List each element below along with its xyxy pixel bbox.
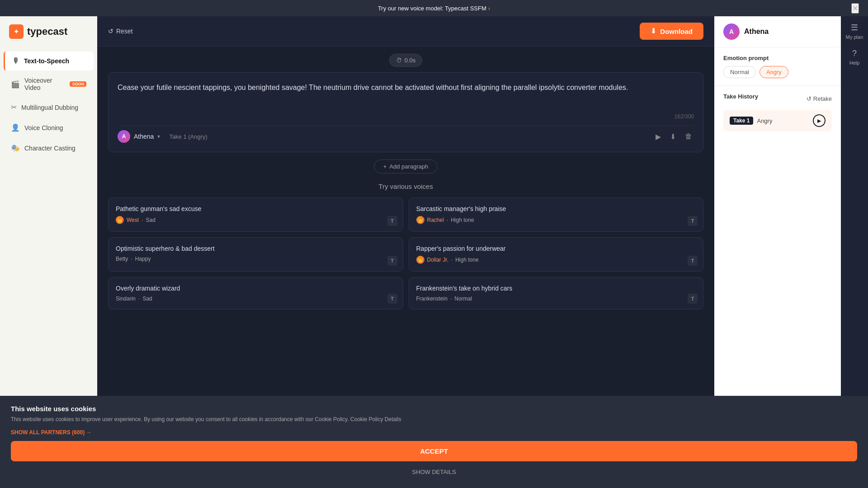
voice-card-2-name: Rachel <box>427 217 444 223</box>
sidebar-item-label: Voiceover Video <box>24 77 63 91</box>
take-history-section: Take History ↺ Retake Take 1 Angry ▶ <box>714 86 841 139</box>
crown-icon: 👑 <box>116 216 124 224</box>
voice-card-6-separator: · <box>450 296 452 302</box>
emotion-angry-button[interactable]: Angry <box>760 66 788 78</box>
voice-card-4-meta: 👑 Dollar Jr. · High tone <box>416 256 696 264</box>
voice-card-4[interactable]: Rapper's passion for underwear 👑 Dollar … <box>409 237 704 272</box>
help-button[interactable]: ? Help <box>849 49 860 66</box>
my-plan-icon: ☰ <box>851 23 858 33</box>
take-play-button[interactable]: ▶ <box>813 114 826 127</box>
emotion-section: Emotion prompt Normal Angry <box>714 47 841 86</box>
voice-card-1-name: West <box>127 217 139 223</box>
download-label: Download <box>660 28 693 35</box>
voice-card-1[interactable]: Pathetic gunman's sad excuse 👑 West · Sa… <box>108 197 403 232</box>
voice-card-4-name: Dollar Jr. <box>427 257 448 263</box>
sidebar-item-label: Voice Cloning <box>24 124 63 131</box>
voice-card-5-title: Overly dramatic wizard <box>116 285 396 292</box>
download-icon: ⬇ <box>651 27 656 35</box>
sidebar-item-multilingual-dubbing[interactable]: ✂ Multilingual Dubbing <box>4 98 94 117</box>
try-voices-title: Try various voices <box>108 183 703 190</box>
voice-card-3-separator: · <box>131 256 132 262</box>
t-badge: T <box>688 256 698 266</box>
emotion-normal-button[interactable]: Normal <box>723 66 756 78</box>
text-block-footer: A Athena ▾ Take 1 (Angry) ▶ ⬇ 🗑 <box>118 125 694 143</box>
voice-card-3-meta: Betty · Happy <box>116 256 396 262</box>
play-button[interactable]: ▶ <box>654 131 663 143</box>
voice-card-4-tone: High tone <box>455 257 478 263</box>
sidebar-item-voice-cloning[interactable]: 👤 Voice Cloning <box>4 118 94 137</box>
help-label: Help <box>849 60 860 66</box>
tts-icon: 🎙 <box>12 57 19 65</box>
my-plan-button[interactable]: ☰ My plan <box>846 23 863 40</box>
md-icon: ✂ <box>11 103 17 112</box>
voice-dropdown-icon: ▾ <box>157 133 160 140</box>
emotion-tags: Normal Angry <box>723 66 832 78</box>
voice-card-1-meta: 👑 West · Sad <box>116 216 396 224</box>
sidebar-item-character-casting[interactable]: 🎭 Character Casting <box>4 138 94 158</box>
banner-close-button[interactable]: ✕ <box>851 3 859 14</box>
vc-icon: 👤 <box>11 123 20 132</box>
retake-label: Retake <box>813 95 832 102</box>
banner-text: Try our new voice model: Typecast SSFM <box>378 5 486 12</box>
reset-button[interactable]: ↺ Reset <box>108 28 133 35</box>
sidebar-item-text-to-speech[interactable]: 🎙 Text-to-Speech <box>4 52 94 70</box>
voice-card-5[interactable]: Overly dramatic wizard Sindarin · Sad T <box>108 277 403 310</box>
voice-card-6-title: Frankenstein's take on hybrid cars <box>416 285 696 292</box>
voice-card-2-tone: High tone <box>451 217 474 223</box>
crown-icon: 👑 <box>416 216 425 224</box>
voice-card-5-tone: Sad <box>142 296 152 302</box>
voice-card-6-meta: Frankenstein · Normal <box>416 296 696 302</box>
delete-take-button[interactable]: 🗑 <box>683 131 694 142</box>
text-block: Cease your futile nescient tappings, you… <box>108 72 703 152</box>
voice-card-1-separator: · <box>142 217 143 223</box>
voice-card-5-name: Sindarin <box>116 296 136 302</box>
t-badge: T <box>387 256 397 266</box>
voice-grid: Pathetic gunman's sad excuse 👑 West · Sa… <box>108 197 703 310</box>
voice-selector[interactable]: A Athena ▾ Take 1 (Angry) <box>118 130 208 143</box>
voice-card-2-meta: 👑 Rachel · High tone <box>416 216 696 224</box>
voice-card-1-tone: Sad <box>146 217 155 223</box>
reset-icon: ↺ <box>108 28 113 35</box>
cookie-text: This website uses cookies to improve use… <box>11 416 857 422</box>
reset-label: Reset <box>116 28 133 35</box>
download-take-button[interactable]: ⬇ <box>668 131 678 143</box>
voice-card-6[interactable]: Frankenstein's take on hybrid cars Frank… <box>409 277 704 310</box>
voice-card-5-meta: Sindarin · Sad <box>116 296 396 302</box>
timer-value: 0.0s <box>405 57 416 64</box>
toolbar: ↺ Reset ⬇ Download <box>97 16 714 47</box>
t-badge: T <box>688 294 698 304</box>
voice-card-2-separator: · <box>447 217 448 223</box>
show-details-button[interactable]: SHOW DETAILS <box>11 465 857 479</box>
panel-avatar: A <box>723 23 740 40</box>
cookie-banner: This website uses cookies This website u… <box>0 396 868 488</box>
text-content[interactable]: Cease your futile nescient tappings, you… <box>118 82 694 109</box>
my-plan-label: My plan <box>846 34 863 40</box>
accept-cookies-button[interactable]: ACCEPT <box>11 441 857 461</box>
retake-icon: ↺ <box>807 95 811 102</box>
take-history-header: Take History ↺ Retake <box>723 93 832 104</box>
add-para-label: Add paragraph <box>389 163 428 170</box>
voice-card-6-tone: Normal <box>454 296 472 302</box>
voice-avatar: A <box>118 130 130 143</box>
timer-pill: ⏱ 0.0s <box>389 54 423 67</box>
voice-card-3-title: Optimistic superhero & bad dessert <box>116 245 396 252</box>
soon-badge: SOON <box>70 81 86 87</box>
voice-card-2[interactable]: Sarcastic manager's high praise 👑 Rachel… <box>409 197 704 232</box>
sidebar-item-label: Character Casting <box>24 145 75 152</box>
voice-card-4-separator: · <box>451 257 453 263</box>
voice-card-3[interactable]: Optimistic superhero & bad dessert Betty… <box>108 237 403 272</box>
panel-voice-name: Athena <box>744 28 769 36</box>
show-partners-link[interactable]: SHOW ALL PARTNERS (600) → <box>11 429 91 436</box>
t-badge: T <box>387 216 397 226</box>
voice-card-5-separator: · <box>138 296 140 302</box>
download-button[interactable]: ⬇ Download <box>640 23 703 40</box>
voice-card-4-title: Rapper's passion for underwear <box>416 245 696 252</box>
banner-chevron[interactable]: › <box>488 5 490 12</box>
sidebar-item-voiceover-video[interactable]: 🎬 Voiceover Video SOON <box>4 71 94 97</box>
retake-button[interactable]: ↺ Retake <box>807 95 832 102</box>
take-item-left: Take 1 Angry <box>730 117 772 125</box>
voice-card-3-name: Betty <box>116 256 128 262</box>
voice-card-3-tone: Happy <box>135 256 151 262</box>
help-icon: ? <box>852 49 857 58</box>
add-paragraph-button[interactable]: + Add paragraph <box>374 160 438 174</box>
